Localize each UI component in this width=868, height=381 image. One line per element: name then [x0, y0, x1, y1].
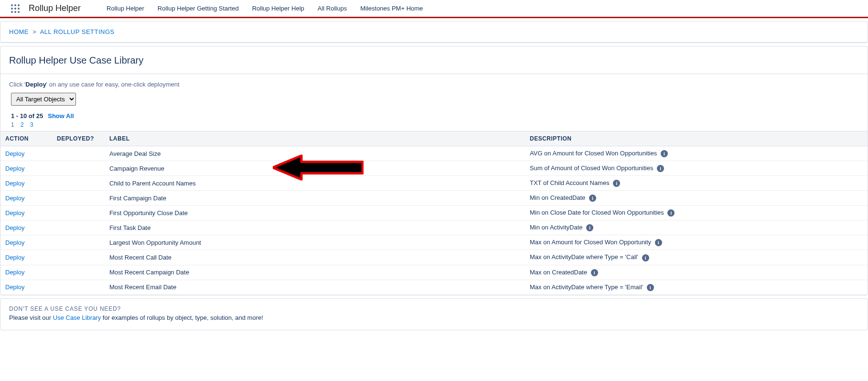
label-cell: First Task Date [105, 220, 525, 235]
app-launcher-icon[interactable] [7, 0, 24, 17]
label-cell: Average Deal Size [105, 146, 525, 161]
nav-tabs: Rollup Helper Rollup Helper Getting Star… [100, 0, 429, 18]
description-cell: Max on Amount for Closed Won Opportunity… [525, 235, 868, 250]
info-icon[interactable]: i [657, 165, 664, 172]
deployed-cell [52, 235, 105, 250]
col-action: ACTION [0, 131, 52, 146]
main-card: HOME > ALL ROLLUP SETTINGS [0, 21, 868, 43]
footer-text: Please visit our Use Case Library for ex… [9, 314, 859, 321]
info-icon[interactable]: i [642, 254, 649, 261]
deploy-link[interactable]: Deploy [5, 195, 24, 202]
description-cell: AVG on Amount for Closed Won Opportuniti… [525, 146, 868, 161]
library-card: Rollup Helper Use Case Library Click 'De… [0, 46, 868, 295]
table-header-row: ACTION DEPLOYED? LABEL DESCRIPTION [0, 131, 868, 146]
description-text: TXT of Child Account Names [530, 179, 611, 186]
description-text: Max on CreatedDate [530, 269, 589, 276]
svg-point-4 [14, 8, 16, 10]
app-name: Rollup Helper [29, 3, 81, 13]
description-text: Min on CreatedDate [530, 194, 587, 201]
description-cell: Min on Close Date for Closed Won Opportu… [525, 206, 868, 220]
page-numbers: 1 2 3 [0, 120, 868, 131]
table-row: DeployMost Recent Campaign DateMax on Cr… [0, 265, 868, 280]
deploy-link[interactable]: Deploy [5, 254, 24, 261]
deployed-cell [52, 191, 105, 206]
deployed-cell [52, 250, 105, 265]
breadcrumb-separator: > [32, 28, 36, 35]
table-row: DeployCampaign RevenueSum of Amount of C… [0, 161, 868, 176]
svg-point-5 [18, 8, 20, 10]
label-cell: Most Recent Campaign Date [105, 265, 525, 280]
nav-tab-all-rollups[interactable]: All Rollups [311, 0, 354, 18]
info-icon[interactable]: i [591, 269, 598, 276]
breadcrumb-home[interactable]: HOME [9, 28, 29, 35]
deploy-link[interactable]: Deploy [5, 224, 24, 231]
deployed-cell [52, 265, 105, 280]
deploy-link[interactable]: Deploy [5, 150, 24, 157]
breadcrumb-current[interactable]: ALL ROLLUP SETTINGS [40, 28, 115, 35]
breadcrumb: HOME > ALL ROLLUP SETTINGS [0, 22, 868, 43]
deployed-cell [52, 206, 105, 220]
global-nav: Rollup Helper Rollup Helper Rollup Helpe… [0, 0, 868, 18]
pager-range-prefix: 1 - 10 of [11, 112, 36, 120]
label-cell: Most Recent Call Date [105, 250, 525, 265]
description-text: AVG on Amount for Closed Won Opportuniti… [530, 150, 659, 157]
table-row: DeployFirst Opportunity Close DateMin on… [0, 206, 868, 220]
deploy-link[interactable]: Deploy [5, 209, 24, 217]
svg-point-0 [11, 4, 13, 6]
description-text: Max on ActivityDate where Type = 'Call' [530, 253, 640, 261]
nav-tab-help[interactable]: Rollup Helper Help [246, 0, 311, 18]
deploy-link[interactable]: Deploy [5, 180, 24, 187]
description-cell: Sum of Amount of Closed Won Opportunitie… [525, 161, 868, 176]
nav-tab-milestones-pm[interactable]: Milestones PM+ Home [354, 0, 429, 18]
instructions-suffix: ' on any use case for easy, one-click de… [46, 81, 180, 88]
description-cell: Min on ActivityDate i [525, 220, 868, 235]
table-row: DeployAverage Deal SizeAVG on Amount for… [0, 146, 868, 161]
info-icon[interactable]: i [586, 224, 593, 231]
info-icon[interactable]: i [667, 209, 675, 217]
info-icon[interactable]: i [589, 195, 596, 202]
description-cell: Max on ActivityDate where Type = 'Email'… [525, 280, 868, 294]
page-2[interactable]: 2 [21, 121, 24, 128]
table-row: DeployMost Recent Call DateMax on Activi… [0, 250, 868, 265]
footer-text-before: Please visit our [9, 314, 53, 321]
label-cell: Largest Won Opportunity Amount [105, 235, 525, 250]
show-all-link[interactable]: Show All [48, 112, 74, 120]
info-icon[interactable]: i [655, 239, 662, 246]
svg-point-7 [14, 11, 16, 13]
label-cell: First Opportunity Close Date [105, 206, 525, 220]
description-cell: Max on CreatedDate i [525, 265, 868, 280]
svg-point-3 [11, 8, 13, 10]
description-text: Max on ActivityDate where Type = 'Email' [530, 283, 645, 291]
pager: 1 - 10 of 25 Show All [0, 112, 868, 120]
use-case-library-link[interactable]: Use Case Library [53, 314, 101, 321]
col-label: LABEL [105, 131, 525, 146]
instructions: Click 'Deploy' on any use case for easy,… [0, 74, 868, 93]
description-cell: TXT of Child Account Names i [525, 176, 868, 191]
page-title: Rollup Helper Use Case Library [0, 46, 868, 74]
info-icon[interactable]: i [661, 150, 668, 157]
svg-point-2 [18, 4, 20, 6]
info-icon[interactable]: i [613, 180, 620, 187]
deploy-link[interactable]: Deploy [5, 239, 24, 246]
info-icon[interactable]: i [647, 284, 654, 291]
filter-row: All Target Objects [0, 93, 868, 112]
instructions-prefix: Click ' [9, 81, 25, 88]
col-deployed: DEPLOYED? [52, 131, 105, 146]
footer-heading: DON'T SEE A USE CASE YOU NEED? [9, 305, 859, 312]
table-row: DeployFirst Task DateMin on ActivityDate… [0, 220, 868, 235]
nav-tab-getting-started[interactable]: Rollup Helper Getting Started [151, 0, 246, 18]
svg-point-1 [14, 4, 16, 6]
deploy-link[interactable]: Deploy [5, 283, 24, 291]
deploy-link[interactable]: Deploy [5, 165, 24, 172]
svg-point-6 [11, 11, 13, 13]
description-text: Max on Amount for Closed Won Opportunity [530, 239, 653, 246]
table-row: DeployMost Recent Email DateMax on Activ… [0, 280, 868, 294]
label-cell: Child to Parent Account Names [105, 176, 525, 191]
page-3[interactable]: 3 [30, 121, 33, 128]
description-cell: Min on CreatedDate i [525, 191, 868, 206]
target-object-filter[interactable]: All Target Objects [11, 93, 76, 106]
label-cell: Campaign Revenue [105, 161, 525, 176]
footer-text-after: for examples of rollups by object, type,… [101, 314, 263, 321]
deploy-link[interactable]: Deploy [5, 269, 24, 276]
nav-tab-rollup-helper[interactable]: Rollup Helper [100, 0, 151, 18]
